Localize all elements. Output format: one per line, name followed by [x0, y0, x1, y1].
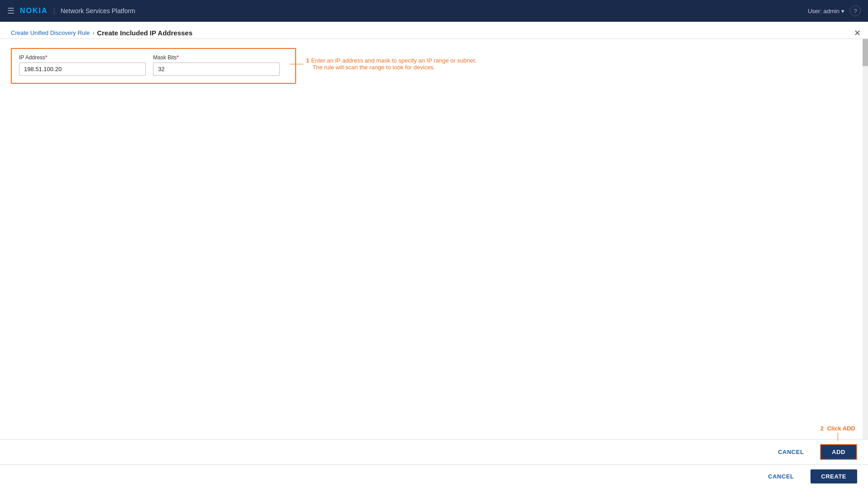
mask-bits-input[interactable]	[153, 63, 280, 76]
navbar: ☰ NOKIA | Network Services Platform User…	[0, 0, 868, 22]
ip-address-field-group: IP Address*	[19, 54, 146, 76]
ip-address-label: IP Address*	[19, 54, 146, 61]
mask-bits-label: Mask Bits*	[153, 54, 280, 61]
add-button[interactable]: ADD	[820, 444, 857, 460]
scroll-track[interactable]	[863, 39, 868, 439]
ip-address-input[interactable]	[19, 63, 146, 76]
scroll-area: IP Address* Mask Bits* 1	[0, 39, 868, 439]
ip-required-marker: *	[45, 54, 48, 61]
callout-step1-num: 1	[306, 57, 309, 64]
help-icon[interactable]: ?	[850, 5, 861, 16]
ip-form-container: IP Address* Mask Bits*	[11, 48, 296, 84]
platform-name: Network Services Platform	[61, 7, 135, 14]
brand: NOKIA	[20, 7, 48, 15]
breadcrumb: Create Unified Discovery Rule › Create I…	[11, 29, 857, 37]
click-add-annotation: 2 Click ADD	[820, 425, 855, 441]
user-dropdown[interactable]: User: admin ▾	[808, 8, 844, 14]
navbar-right: User: admin ▾ ?	[808, 5, 861, 16]
callout-step1: 1 Enter an IP address and mask to specif…	[290, 48, 476, 71]
create-button[interactable]: CREATE	[810, 469, 857, 483]
close-button[interactable]: ✕	[854, 28, 861, 38]
main-content: ✕ Create Unified Discovery Rule › Create…	[0, 22, 868, 488]
mask-bits-field-group: Mask Bits*	[153, 54, 280, 76]
step2-num: 2	[820, 425, 824, 432]
step2-arrow-icon	[838, 433, 838, 441]
callout-step1-line1: Enter an IP address and mask to specify …	[311, 57, 476, 64]
toolbar-add: 2 Click ADD CANCEL ADD	[0, 439, 868, 464]
header-section: Create Unified Discovery Rule › Create I…	[0, 22, 868, 39]
dropdown-arrow-icon: ▾	[841, 8, 844, 14]
user-label: User: admin	[808, 8, 839, 14]
step2-label: Click ADD	[827, 425, 855, 432]
add-cancel-button[interactable]: CANCEL	[767, 445, 815, 459]
mask-required-marker: *	[177, 54, 179, 61]
scroll-thumb[interactable]	[863, 39, 868, 66]
callout-step1-line2: The rule will scan the range to look for…	[312, 64, 476, 71]
content-area: IP Address* Mask Bits* 1	[0, 39, 868, 93]
nav-separator: |	[53, 7, 55, 15]
breadcrumb-link[interactable]: Create Unified Discovery Rule	[11, 29, 90, 36]
breadcrumb-chevron: ›	[92, 30, 94, 36]
nokia-logo: NOKIA	[20, 7, 48, 15]
breadcrumb-current: Create Included IP Addresses	[97, 29, 192, 37]
create-cancel-button[interactable]: CANCEL	[757, 469, 805, 483]
toolbar-create: CANCEL CREATE	[0, 464, 868, 488]
menu-icon[interactable]: ☰	[7, 6, 14, 16]
